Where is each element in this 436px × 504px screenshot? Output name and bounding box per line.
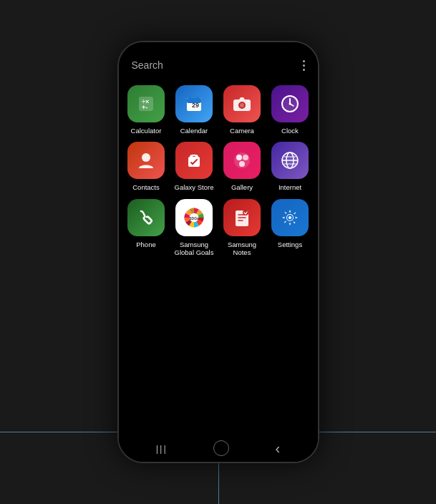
gallery-icon: [223, 142, 261, 179]
search-input[interactable]: Search: [132, 59, 163, 71]
search-bar[interactable]: Search: [119, 49, 318, 78]
galaxy-store-icon: [175, 142, 213, 179]
app-item-calendar[interactable]: 29 Calendar: [174, 85, 215, 135]
phone-device: Search ÷× +- Calculator: [117, 41, 319, 463]
svg-text:+-: +-: [142, 104, 147, 111]
samsung-global-goals-label: Samsung Global Goals: [174, 241, 215, 257]
svg-point-10: [240, 103, 244, 107]
app-item-phone[interactable]: Phone: [126, 199, 167, 257]
calendar-label: Calendar: [180, 127, 208, 135]
svg-point-15: [142, 153, 150, 162]
svg-point-22: [239, 161, 245, 167]
samsung-notes-label: Samsung Notes: [222, 241, 263, 257]
phone-screen: Search ÷× +- Calculator: [119, 42, 318, 462]
phone-icon: [127, 199, 165, 236]
more-options-icon[interactable]: [303, 60, 305, 71]
contacts-label: Contacts: [132, 183, 160, 191]
samsung-global-goals-icon: SDGs: [175, 199, 213, 236]
home-button[interactable]: [213, 440, 229, 456]
svg-point-17: [191, 156, 193, 158]
settings-icon: [271, 199, 309, 236]
app-item-contacts[interactable]: Contacts: [126, 142, 167, 191]
calendar-icon: 29: [175, 85, 213, 122]
clock-icon: [271, 85, 309, 122]
app-item-samsung-global-goals[interactable]: SDGs Samsung Global Goals: [174, 199, 215, 257]
gallery-label: Gallery: [231, 183, 253, 191]
app-item-camera[interactable]: Camera: [222, 85, 263, 135]
phone-label: Phone: [136, 241, 155, 248]
app-item-clock[interactable]: Clock: [270, 85, 311, 135]
app-item-gallery[interactable]: Gallery: [222, 142, 263, 191]
back-button[interactable]: ‹: [276, 440, 281, 457]
internet-label: Internet: [278, 183, 301, 191]
app-item-galaxy-store[interactable]: Galaxy Store: [174, 142, 215, 191]
samsung-notes-icon: [223, 199, 261, 236]
svg-point-18: [195, 156, 198, 158]
svg-point-21: [243, 155, 248, 160]
contacts-icon: [127, 142, 165, 179]
svg-point-20: [236, 155, 242, 160]
camera-icon: [223, 85, 261, 122]
svg-point-35: [289, 216, 291, 219]
recent-apps-button[interactable]: |||: [156, 443, 168, 454]
svg-point-14: [289, 103, 291, 105]
svg-text:29: 29: [192, 102, 199, 109]
navigation-bar: ||| ‹: [119, 435, 318, 462]
app-item-calculator[interactable]: ÷× +- Calculator: [126, 85, 167, 135]
app-item-settings[interactable]: Settings: [270, 199, 311, 257]
app-item-samsung-notes[interactable]: Samsung Notes: [222, 199, 263, 257]
clock-label: Clock: [281, 127, 299, 135]
app-item-internet[interactable]: Internet: [270, 142, 311, 191]
galaxy-store-label: Galaxy Store: [175, 183, 214, 191]
app-grid: ÷× +- Calculator 29 Calend: [119, 78, 318, 264]
settings-label: Settings: [278, 241, 302, 248]
svg-text:SDGs: SDGs: [189, 215, 199, 220]
camera-label: Camera: [230, 127, 254, 135]
internet-icon: [271, 142, 309, 179]
calculator-icon: ÷× +-: [127, 85, 165, 122]
calculator-label: Calculator: [131, 127, 162, 135]
